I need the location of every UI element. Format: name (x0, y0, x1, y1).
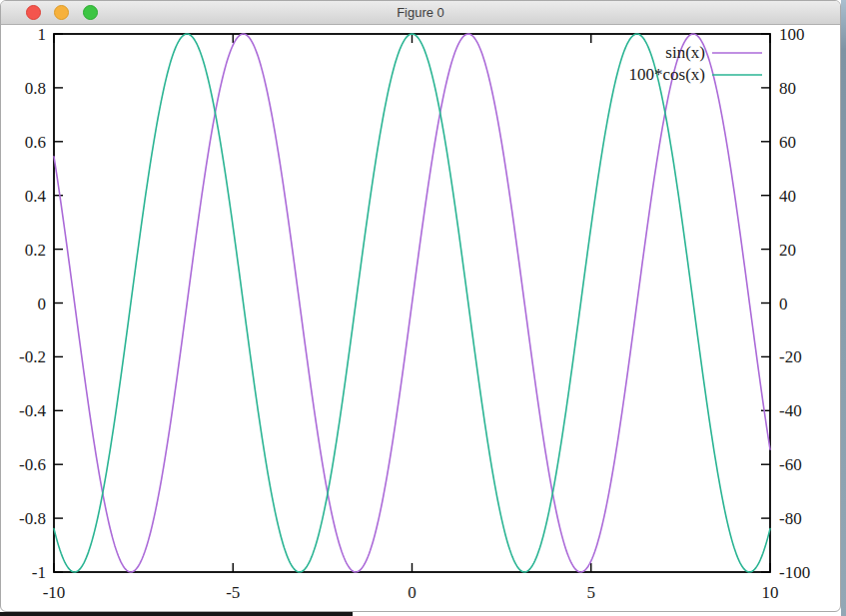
y-right-tick-label: -40 (779, 401, 802, 420)
desktop-edge-strip (841, 0, 846, 616)
x-tick-label: 10 (762, 583, 779, 602)
y-left-tick-label: 0.8 (25, 79, 46, 98)
y-right-tick-label: -100 (779, 563, 810, 582)
y-left-tick-label: -1 (32, 563, 46, 582)
x-tick-label: 5 (587, 583, 596, 602)
figure-window: -10-5051010.80.60.40.20-0.2-0.4-0.6-0.8-… (0, 0, 841, 612)
y-right-tick-label: 60 (779, 133, 796, 152)
y-right-tick-label: -80 (779, 509, 802, 528)
y-right-tick-label: 20 (779, 241, 796, 260)
y-left-tick-label: -0.4 (19, 401, 46, 420)
x-tick-label: 0 (408, 583, 417, 602)
y-left-tick-label: 0.4 (25, 187, 47, 206)
y-left-tick-label: -0.6 (19, 455, 46, 474)
y-left-tick-label: -0.8 (19, 509, 46, 528)
plot-canvas: -10-5051010.80.60.40.20-0.2-0.4-0.6-0.8-… (1, 1, 840, 611)
y-right-tick-label: 0 (779, 295, 788, 313)
x-tick-label: -10 (43, 583, 66, 602)
series-curve-sin (54, 34, 770, 572)
y-right-tick-label: 40 (779, 187, 796, 206)
y-left-tick-label: 0.6 (25, 133, 46, 152)
legend-label: sin(x) (665, 43, 705, 62)
window-title: Figure 0 (1, 1, 840, 24)
y-left-tick-label: -0.2 (19, 347, 46, 366)
y-right-tick-label: -20 (779, 347, 802, 366)
x-tick-label: -5 (226, 583, 240, 602)
window-titlebar[interactable]: Figure 0 (1, 1, 840, 25)
legend-label: 100*cos(x) (629, 65, 705, 84)
y-right-tick-label: 100 (779, 25, 805, 44)
y-left-tick-label: 0 (38, 295, 47, 313)
y-right-tick-label: -60 (779, 455, 802, 474)
y-left-tick-label: 1 (38, 25, 47, 44)
y-right-tick-label: 80 (779, 79, 796, 98)
background-window-edge (0, 612, 353, 616)
y-left-tick-label: 0.2 (25, 241, 46, 260)
